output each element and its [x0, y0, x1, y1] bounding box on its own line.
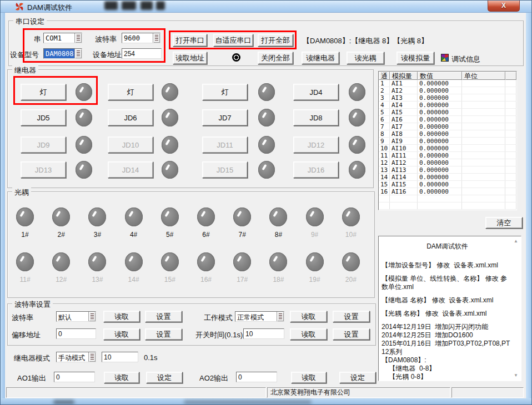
- read-analog-button[interactable]: 读模拟量: [397, 52, 434, 64]
- relay-button-1[interactable]: 灯: [21, 84, 66, 100]
- baudrate-select[interactable]: 9600: [122, 33, 160, 43]
- statusbar-panel-company: 北京聚英翱翔电子有限公司: [267, 387, 450, 398]
- ao2-set-button[interactable]: 设定: [339, 372, 376, 383]
- analog-header-cell: 模拟量: [390, 72, 418, 80]
- switch-time-set-button[interactable]: 设置: [333, 328, 370, 340]
- dropdown-icon[interactable]: [88, 352, 96, 362]
- baud-set-button[interactable]: 设置: [145, 311, 182, 322]
- analog-cell: AI4: [390, 102, 418, 108]
- analog-cell: [418, 202, 462, 209]
- relay-button-6[interactable]: JD6: [108, 109, 153, 126]
- baud-read-button[interactable]: 读取: [103, 311, 140, 322]
- dropdown-icon[interactable]: [88, 312, 96, 321]
- relay-button-7[interactable]: JD7: [202, 109, 248, 126]
- analog-cell: AI9: [390, 138, 418, 144]
- analog-cell: [505, 87, 516, 94]
- ao2-label: AO2输出: [199, 373, 228, 383]
- analog-table-row: 16AI160.000000: [379, 188, 516, 195]
- opto-lamp-label-15: 15#: [157, 276, 183, 284]
- analog-header-cell: 数值: [418, 72, 462, 80]
- analog-cell: 0.000000: [418, 159, 462, 166]
- analog-cell: 0.000000: [418, 188, 462, 195]
- blurred-artifact: [104, 1, 118, 10]
- company-name: 北京聚英翱翔电子有限公司: [270, 388, 350, 396]
- relay-button-2[interactable]: 灯: [108, 84, 153, 100]
- relay-button-16: JD16: [293, 161, 339, 178]
- analog-table-row: 1AI10.000000: [379, 80, 516, 87]
- analog-cell: AI11: [390, 152, 418, 159]
- switch-time-read-button[interactable]: 读取: [290, 328, 327, 340]
- opto-lamp-9: [306, 207, 324, 226]
- relay-lamp-11: [258, 136, 275, 154]
- analog-cell: [505, 109, 516, 115]
- open-serial-button[interactable]: 打开串口: [173, 34, 207, 47]
- analog-cell: [390, 195, 418, 202]
- close-button[interactable]: X: [488, 1, 520, 12]
- titlebar[interactable]: DAM调试软件: [1, 1, 532, 13]
- read-relay-button[interactable]: 读继电器: [302, 52, 339, 64]
- opto-lamp-label-9: 9#: [302, 231, 328, 239]
- work-mode-set-button[interactable]: 设置: [333, 311, 370, 322]
- address-field[interactable]: [122, 48, 162, 59]
- analog-table-row: 14AI140.000000: [379, 174, 516, 181]
- ao2-field[interactable]: [236, 372, 277, 382]
- analog-cell: AI1: [390, 80, 418, 87]
- analog-cell: [462, 166, 505, 173]
- work-mode-select[interactable]: 正常模式: [235, 311, 284, 322]
- offset-read-button[interactable]: 读取: [103, 328, 140, 340]
- relay-button-5[interactable]: JD5: [21, 109, 66, 126]
- relay-button-4[interactable]: JD4: [293, 84, 339, 100]
- ao1-field[interactable]: [54, 372, 95, 382]
- analog-cell: [505, 181, 516, 188]
- info-content: DAM调试软件 【增加设备型号】 修改 设备表.xml.xml【模拟量 单位、线…: [379, 236, 514, 381]
- read-address-button[interactable]: 读取地址: [173, 52, 207, 64]
- work-mode-read-button[interactable]: 读取: [290, 311, 327, 322]
- clear-button[interactable]: 清空: [485, 217, 523, 229]
- analog-cell: [462, 94, 505, 101]
- relay-mode-time-field[interactable]: [102, 352, 138, 362]
- ao1-set-button[interactable]: 设定: [146, 372, 183, 383]
- auto-serial-button[interactable]: 自适应串口: [213, 34, 253, 47]
- ao2-read-button[interactable]: 读取: [291, 372, 327, 383]
- scroll-down-icon[interactable]: ▼: [513, 373, 519, 378]
- relay-button-8[interactable]: JD8: [293, 109, 339, 126]
- opto-lamp-7: [233, 207, 251, 226]
- offset-set-button[interactable]: 设置: [145, 328, 182, 340]
- open-all-button[interactable]: 打开全部: [258, 34, 293, 47]
- scroll-up-icon[interactable]: ▲: [513, 239, 519, 244]
- offset-field[interactable]: [56, 328, 96, 339]
- baud2-select[interactable]: 默认: [56, 311, 96, 322]
- port-select[interactable]: COM1: [43, 33, 82, 43]
- analog-cell: [418, 195, 462, 202]
- analog-cell: [462, 116, 505, 123]
- switch-time-field[interactable]: [243, 328, 284, 339]
- analog-table-row: [379, 195, 516, 202]
- analog-cell: 5: [379, 109, 390, 115]
- analog-cell: 6: [379, 116, 390, 123]
- dropdown-icon[interactable]: [74, 33, 82, 43]
- ao1-label: AO1输出: [17, 373, 46, 383]
- ao1-read-button[interactable]: 读取: [104, 372, 139, 383]
- opto-lamp-12: [52, 252, 70, 271]
- dropdown-icon[interactable]: [74, 49, 82, 58]
- dropdown-icon[interactable]: [277, 312, 284, 321]
- dropdown-icon[interactable]: [153, 33, 160, 43]
- relay-lamp-5: [76, 109, 92, 126]
- analog-table-header: 通模拟量数值单位: [379, 72, 516, 80]
- analog-cell: [505, 188, 516, 195]
- read-opto-button[interactable]: 读光耦: [347, 52, 384, 64]
- info-line: 2015年01月16日 增加PT03,PT02,PT08,PT12系列: [382, 340, 513, 356]
- analog-cell: 0.000000: [418, 123, 462, 130]
- debug-info-label[interactable]: 调试信息: [451, 54, 480, 64]
- relay-mode-select[interactable]: 手动模式: [56, 352, 96, 362]
- analog-cell: 0.000000: [418, 166, 462, 173]
- model-select[interactable]: DAM0808: [43, 48, 82, 59]
- analog-cell: AI6: [390, 116, 418, 123]
- relay-button-13: JD13: [21, 161, 66, 178]
- baud-group-title: 波特率设置: [12, 300, 53, 310]
- relay-button-3[interactable]: 灯: [202, 84, 248, 100]
- address-label: 设备地址: [93, 50, 122, 60]
- analog-cell: 8: [379, 130, 390, 137]
- close-all-button[interactable]: 关闭全部: [258, 52, 293, 64]
- relay-lamp-3: [258, 83, 275, 101]
